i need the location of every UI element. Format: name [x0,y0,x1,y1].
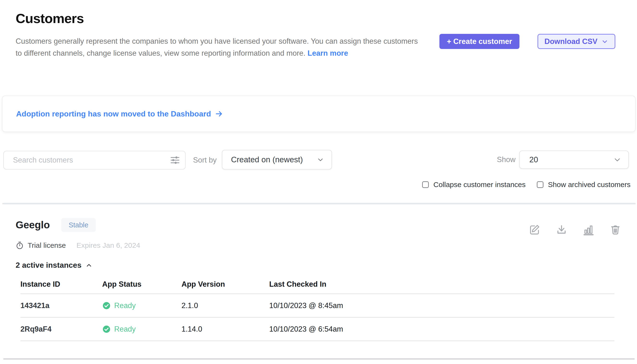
sort-select-value: Created on (newest) [231,155,303,164]
customer-divider [3,358,634,360]
col-header-last-checked-in: Last Checked In [269,280,614,288]
col-header-app-status: App Status [102,280,181,288]
show-archived-checkbox[interactable] [537,181,543,188]
chevron-down-icon [613,155,622,164]
app-status-cell: Ready [102,301,181,310]
download-icon [556,224,567,236]
search-customers [3,151,185,170]
app-version-cell: 2.1.0 [181,301,269,310]
chevron-down-icon [601,38,608,45]
filter-sliders-icon[interactable] [170,155,180,166]
chevron-up-icon [85,262,93,269]
channel-badge: Stable [61,218,95,232]
instance-id-cell: 143421a [21,301,102,310]
col-header-instance-id: Instance ID [21,280,102,288]
last-checked-in-cell: 10/10/2023 @ 6:54am [269,325,614,334]
instances-table: Instance ID App Status App Version Last … [21,280,614,341]
license-info: Trial license Expires Jan 6, 2024 [16,240,140,251]
sort-select[interactable]: Created on (newest) [222,150,332,170]
delete-customer-button[interactable] [610,224,621,236]
instance-id-cell: 2Rq9aF4 [21,325,102,334]
check-circle-icon [102,325,111,334]
customers-page: Customers Customers generally represent … [0,0,637,364]
show-select[interactable]: 20 [519,150,629,169]
col-header-app-version: App Version [181,280,269,288]
instances-table-header: Instance ID App Status App Version Last … [21,280,614,294]
table-row: 143421a Ready 2.1.0 10/10/2023 @ 8:45am [21,294,614,318]
customer-header: Geeglo Stable [16,218,96,232]
license-type: Trial license [28,241,66,250]
list-options: Collapse customer instances Show archive… [422,180,630,189]
bar-chart-icon [583,224,594,236]
learn-more-link[interactable]: Learn more [307,49,348,58]
customer-actions [529,224,621,236]
license-expiry: Expires Jan 6, 2024 [76,241,140,250]
edit-customer-button[interactable] [529,224,540,236]
collapse-instances-label: Collapse customer instances [434,180,526,189]
chevron-down-icon [317,156,324,164]
check-circle-icon [102,301,111,310]
create-customer-button[interactable]: + Create customer [440,34,519,49]
show-archived-option: Show archived customers [537,180,630,189]
adoption-banner-link[interactable]: Adoption reporting has now moved to the … [16,110,223,118]
timer-icon [16,241,24,250]
page-description-text: Customers generally represent the compan… [16,37,418,58]
page-title: Customers [16,10,84,26]
app-status-cell: Ready [102,325,181,334]
adoption-banner: Adoption reporting has now moved to the … [2,96,635,132]
edit-icon [529,224,540,236]
download-customer-button[interactable] [556,224,567,236]
table-row: 2Rq9aF4 Ready 1.14.0 10/10/2023 @ 6:54am [21,318,614,341]
instances-toggle[interactable]: 2 active instances [16,261,93,270]
instances-toggle-label: 2 active instances [16,261,82,270]
last-checked-in-cell: 10/10/2023 @ 8:45am [269,301,614,310]
arrow-right-icon [215,110,223,118]
show-label: Show [497,150,516,169]
app-version-cell: 1.14.0 [181,325,269,334]
reporting-button[interactable] [583,224,594,236]
create-customer-label: + Create customer [447,37,512,46]
download-csv-button[interactable]: Download CSV [537,34,615,49]
download-csv-label: Download CSV [544,37,597,46]
show-select-value: 20 [529,155,538,164]
page-description: Customers generally represent the compan… [16,35,424,59]
app-status-text: Ready [114,301,136,310]
trash-icon [610,224,621,236]
adoption-banner-text: Adoption reporting has now moved to the … [16,110,211,118]
collapse-instances-checkbox[interactable] [422,181,429,188]
app-status-text: Ready [114,325,136,334]
collapse-instances-option: Collapse customer instances [422,180,526,189]
section-divider [3,203,635,204]
sort-by-label: Sort by [193,151,217,170]
search-input[interactable] [3,151,185,170]
show-archived-label: Show archived customers [548,180,630,189]
customer-name: Geeglo [16,219,50,231]
